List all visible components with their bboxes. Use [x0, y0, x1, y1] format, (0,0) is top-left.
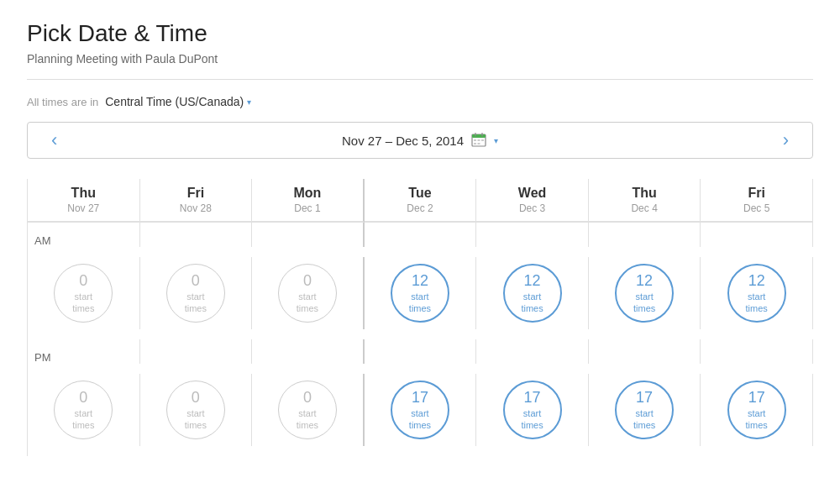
time-slot-active[interactable]: 12start times: [615, 264, 674, 323]
time-cell: 0start times: [140, 257, 253, 329]
slot-count: 0: [303, 389, 312, 407]
next-week-button[interactable]: ›: [776, 129, 795, 151]
time-cell: 0start times: [252, 257, 365, 329]
day-date: Dec 3: [480, 202, 585, 214]
slot-count: 0: [79, 389, 87, 407]
time-slot-active[interactable]: 12start times: [727, 264, 786, 323]
slot-label: start times: [521, 291, 543, 315]
time-cell: 0start times: [28, 374, 140, 446]
day-date: Nov 28: [144, 202, 249, 214]
slot-count: 17: [524, 389, 541, 407]
day-name: Mon: [255, 186, 360, 201]
slot-count: 12: [412, 272, 428, 291]
time-slot-active[interactable]: 12start times: [503, 264, 562, 323]
slot-label: start times: [409, 407, 431, 432]
day-header-fri-dec5: Fri Dec 5: [701, 179, 813, 223]
time-slot-empty: 0start times: [278, 264, 337, 323]
slot-label: start times: [521, 407, 543, 432]
day-header-thu-nov27: Thu Nov 27: [28, 179, 140, 223]
day-name: Thu: [31, 186, 136, 201]
slot-count: 0: [192, 389, 200, 407]
day-date: Nov 27: [31, 202, 136, 214]
time-cell: 17start times: [476, 374, 589, 446]
slot-label: start times: [409, 291, 431, 315]
time-slot-empty: 0start times: [166, 381, 225, 439]
time-cell: 0start times: [252, 374, 365, 446]
slot-count: 12: [636, 272, 653, 291]
am-section: AM0start times0start times0start times12…: [27, 223, 813, 339]
slot-label: start times: [746, 291, 768, 315]
day-headers-row: Thu Nov 27 Fri Nov 28 Mon Dec 1 Tue Dec …: [27, 179, 813, 223]
slot-label: start times: [185, 291, 207, 315]
day-date: Dec 5: [704, 202, 809, 214]
slot-count: 12: [748, 272, 765, 291]
day-name: Fri: [704, 186, 809, 201]
svg-rect-5: [478, 139, 480, 141]
am-section-label: AM: [28, 223, 140, 247]
section-divider: [27, 79, 813, 80]
day-date: Dec 4: [592, 202, 697, 214]
day-name: Wed: [480, 186, 585, 201]
time-cell: 12start times: [365, 257, 477, 329]
time-cell: 12start times: [701, 257, 813, 329]
svg-rect-6: [481, 139, 484, 141]
time-slot-empty: 0start times: [278, 381, 337, 439]
page-subtitle: Planning Meeting with Paula DuPont: [27, 52, 813, 66]
slot-label: start times: [72, 291, 94, 315]
time-slot-active[interactable]: 17start times: [391, 381, 449, 439]
time-slot-active[interactable]: 17start times: [727, 381, 786, 439]
time-cell: 0start times: [28, 257, 140, 329]
slot-label: start times: [297, 407, 318, 432]
date-range-label: Nov 27 – Dec 5, 2014: [342, 134, 464, 148]
svg-rect-8: [478, 143, 480, 144]
timezone-dropdown-arrow[interactable]: ▾: [247, 97, 251, 107]
timezone-prefix-label: All times are in: [27, 96, 98, 108]
day-header-mon-dec1: Mon Dec 1: [252, 179, 365, 223]
slot-count: 17: [412, 389, 428, 407]
pm-section-label: PM: [28, 339, 140, 364]
date-range-center: Nov 27 – Dec 5, 2014 ▾: [342, 132, 498, 149]
day-name: Fri: [144, 186, 249, 201]
time-slot-active[interactable]: 17start times: [503, 381, 562, 439]
slot-count: 12: [524, 272, 541, 291]
time-slot-active[interactable]: 12start times: [391, 264, 449, 323]
pm-section: PM0start times0start times0start times17…: [27, 339, 813, 456]
time-cell: 17start times: [365, 374, 477, 446]
day-header-thu-dec4: Thu Dec 4: [589, 179, 701, 223]
time-cell: 0start times: [140, 374, 253, 446]
slot-label: start times: [297, 291, 318, 315]
slot-label: start times: [185, 407, 207, 432]
day-name: Tue: [368, 186, 473, 201]
slot-count: 0: [192, 272, 200, 291]
time-slot-empty: 0start times: [54, 264, 113, 323]
slot-label: start times: [746, 407, 768, 432]
day-date: Dec 1: [255, 202, 360, 214]
day-header-tue-dec2: Tue Dec 2: [365, 179, 477, 223]
day-name: Thu: [592, 186, 697, 201]
svg-rect-1: [472, 134, 486, 138]
prev-week-button[interactable]: ‹: [45, 129, 64, 151]
slot-label: start times: [633, 291, 655, 315]
day-header-wed-dec3: Wed Dec 3: [476, 179, 589, 223]
time-slot-empty: 0start times: [166, 264, 225, 323]
date-nav-bar: ‹ Nov 27 – Dec 5, 2014 ▾ ›: [27, 122, 813, 159]
time-slot-active[interactable]: 17start times: [615, 381, 674, 439]
day-header-fri-nov28: Fri Nov 28: [140, 179, 253, 223]
slot-label: start times: [633, 407, 655, 432]
time-cell: 17start times: [589, 374, 701, 446]
svg-rect-4: [474, 139, 476, 141]
svg-rect-7: [474, 143, 476, 144]
slot-count: 0: [303, 272, 312, 291]
page-title: Pick Date & Time: [27, 20, 813, 47]
day-date: Dec 2: [368, 202, 473, 214]
time-slot-empty: 0start times: [54, 381, 113, 439]
date-dropdown-arrow[interactable]: ▾: [494, 136, 498, 145]
timezone-row: All times are in Central Time (US/Canada…: [27, 95, 813, 108]
slot-label: start times: [72, 407, 94, 432]
timezone-selector[interactable]: Central Time (US/Canada) ▾: [105, 95, 251, 108]
calendar-icon[interactable]: [470, 132, 487, 149]
time-cell: 12start times: [589, 257, 701, 329]
timezone-value: Central Time (US/Canada): [105, 95, 244, 108]
time-cell: 17start times: [701, 374, 813, 446]
slot-count: 17: [636, 389, 653, 407]
